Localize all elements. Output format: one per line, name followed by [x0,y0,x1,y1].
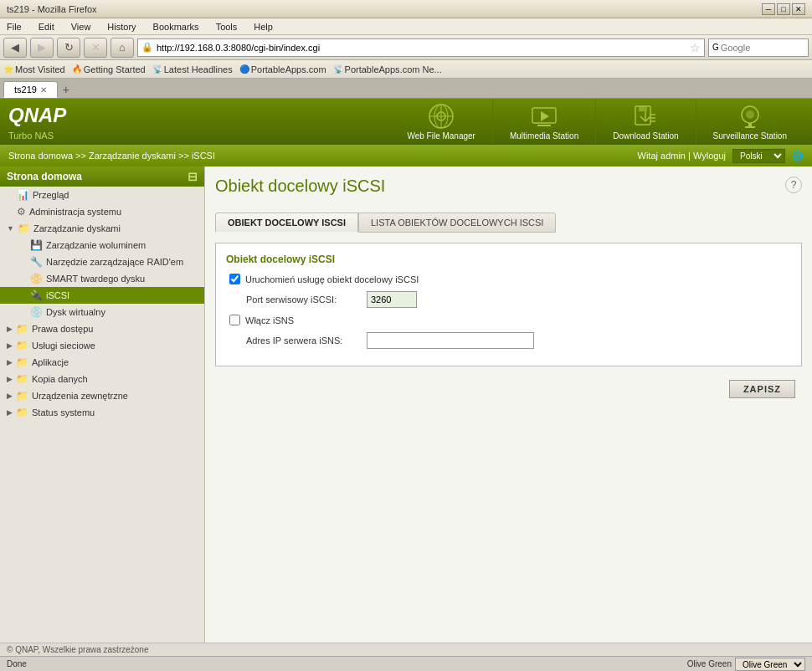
menu-help[interactable]: Help [250,20,276,33]
menu-history[interactable]: History [104,20,139,33]
port-label: Port serwisowy iSCSI: [226,295,360,305]
iscsi-icon: 🔌 [30,289,43,301]
enable-service-checkbox[interactable] [229,274,240,284]
sidebar-item-volume[interactable]: 💾 Zarządzanie woluminem [0,237,204,254]
bookmark-latest-headlines[interactable]: 📡 Latest Headlines [152,64,233,74]
nav-multimedia-station[interactable]: Multimedia Station [493,100,596,144]
bookmark-portableapps-ne[interactable]: 📡 PortableApps.com Ne... [333,64,442,74]
content-area: Obiekt docelowy iSCSI ? OBIEKT DOCELOWY … [205,166,812,656]
sidebar-group-apps[interactable]: ▶ 📁 Aplikacje [0,354,204,371]
menu-edit[interactable]: Edit [35,20,58,33]
forward-button[interactable]: ▶ [30,38,54,58]
theme-select[interactable]: Olive Green Blue Gray [735,658,805,671]
help-button[interactable]: ? [785,177,802,193]
bookmark-portableapps[interactable]: 🔵 PortableApps.com [239,64,326,74]
svg-rect-17 [745,126,755,128]
sidebar-item-przeglad[interactable]: 📊 Przegląd [0,187,204,203]
globe-icon: 🌐 [792,151,804,161]
nav-surveillance-station[interactable]: Surveillance Station [696,100,804,144]
nav-web-file-manager[interactable]: Web File Manager [390,100,493,144]
main-tab[interactable]: ts219 ✕ [3,81,58,98]
user-info[interactable]: Witaj admin | Wyloguj [638,151,726,161]
back-button[interactable]: ◀ [3,38,27,58]
language-select[interactable]: Polski English [732,149,785,163]
virtual-disk-icon: 💿 [30,306,43,318]
sidebar-label-raid: Narzędzie zarządzające RAID'em [46,257,183,267]
surveillance-icon [737,103,763,130]
menu-bookmarks[interactable]: Bookmarks [150,20,203,33]
svg-rect-7 [537,125,551,126]
smart-icon: 📀 [30,273,43,284]
menu-view[interactable]: View [68,20,95,33]
sidebar-label-disk: Zarządzanie dyskami [33,223,121,233]
qnap-footer: © QNAP, Wszelkie prawa zastrzeżone [0,643,812,656]
sidebar-item-smart[interactable]: 📀 SMART twardego dysku [0,270,204,287]
admin-icon: ⚙ [17,206,26,218]
tab-iscsi-target[interactable]: OBIEKT DOCELOWY ISCSI [215,213,358,233]
sidebar-item-virtual-disk[interactable]: 💿 Dysk wirtualny [0,304,204,320]
sidebar-group-status[interactable]: ▶ 📁 Status systemu [0,404,204,421]
status-text: Done [7,659,27,668]
sidebar-label-przeglad: Przegląd [33,190,69,200]
port-row: Port serwisowy iSCSI: [226,291,791,308]
sidebar-group-access[interactable]: ▶ 📁 Prawa dostępu [0,320,204,337]
browser-title: ts219 - Mozilla Firefox [7,4,97,14]
tab-label: ts219 [14,85,37,95]
sidebar-label-smart: SMART twardego dysku [46,274,145,284]
sidebar-label-admin: Administracja systemu [29,207,121,217]
overview-icon: 📊 [17,189,29,201]
star-icon: ⭐ [3,64,13,74]
sidebar-item-iscsi[interactable]: 🔌 iSCSI [0,287,204,304]
home-button[interactable]: ⌂ [110,38,134,58]
browser-toolbar: ◀ ▶ ↻ ✕ ⌂ 🔒 ☆ G 🔍 [0,35,812,60]
new-tab-button[interactable]: + [58,81,75,98]
search-input[interactable] [721,43,812,53]
address-bar[interactable]: 🔒 ☆ [137,38,705,57]
sidebar-group-network[interactable]: ▶ 📁 Usługi sieciowe [0,337,204,354]
port-input[interactable] [367,291,417,308]
sidebar-toggle-icon[interactable]: ⊟ [188,170,198,183]
isns-checkbox[interactable] [229,315,240,325]
menu-tools[interactable]: Tools [213,20,241,33]
footer-text: © QNAP, Wszelkie prawa zastrzeżone [7,645,148,654]
stop-button[interactable]: ✕ [84,38,107,58]
form-section: Obiekt docelowy iSCSI Uruchomień usługę … [215,243,802,366]
fire-icon: 🔥 [72,64,82,74]
isns-ip-input[interactable] [367,332,534,349]
maximize-button[interactable]: □ [777,3,790,15]
close-button[interactable]: ✕ [792,3,805,15]
enable-service-label: Uruchomień usługę obiekt docelowy iSCSI [245,274,419,284]
sidebar-group-devices[interactable]: ▶ 📁 Urządzenia zewnętrzne [0,387,204,404]
sidebar-label-devices: Urządzenia zewnętrzne [32,391,128,401]
devices-folder-icon: 📁 [16,390,28,402]
arrow-down-icon: ▼ [7,224,14,233]
sidebar-label-iscsi: iSCSI [46,290,69,300]
star-icon[interactable]: ☆ [690,41,701,54]
reload-button[interactable]: ↻ [57,38,80,58]
svg-rect-9 [639,106,647,111]
nav-download-station[interactable]: Download Station [596,100,696,144]
address-input[interactable] [157,43,686,53]
menu-file[interactable]: File [3,20,25,33]
theme-label: Olive Green [687,659,732,668]
save-button[interactable]: ZAPISZ [729,380,795,398]
status-right: Olive Green Olive Green Blue Gray [687,658,805,671]
bookmark-getting-started[interactable]: 🔥 Getting Started [72,64,146,74]
tab-close-icon[interactable]: ✕ [40,85,47,95]
search-box[interactable]: G 🔍 [708,38,809,57]
minimize-button[interactable]: ─ [762,3,775,15]
isns-ip-label: Adres IP serwera iSNS: [226,336,360,346]
status-bar: Done Olive Green Olive Green Blue Gray [0,656,812,671]
raid-icon: 🔧 [30,256,43,268]
multimedia-icon [531,103,558,130]
sidebar-group-disk[interactable]: ▼ 📁 Zarządzanie dyskami [0,220,204,237]
sidebar-group-backup[interactable]: ▶ 📁 Kopia danych [0,371,204,387]
sidebar-label-apps: Aplikacje [32,357,69,367]
sidebar-item-raid[interactable]: 🔧 Narzędzie zarządzające RAID'em [0,254,204,270]
tab-iscsi-list[interactable]: LISTA OBIEKTÓW DOCELOWYCH ISCSI [358,213,556,233]
sidebar-item-admin[interactable]: ⚙ Administracja systemu [0,203,204,220]
sidebar-label-virtual-disk: Dysk wirtualny [46,307,105,317]
bookmark-most-visited[interactable]: ⭐ Most Visited [3,64,65,74]
sidebar-label-access: Prawa dostępu [32,324,93,334]
network-folder-icon: 📁 [16,340,28,351]
